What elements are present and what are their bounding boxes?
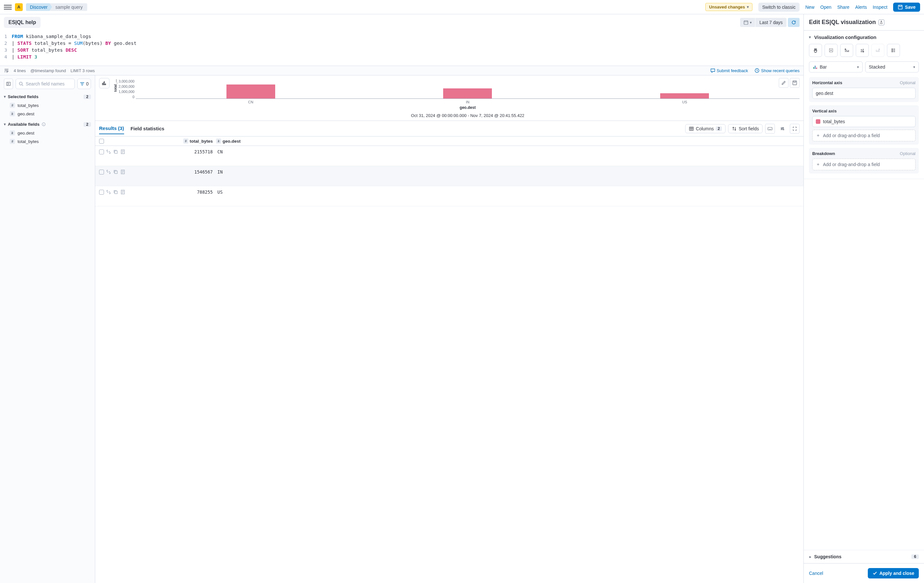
color-chip [816,119,820,124]
search-fields-input[interactable]: Search field names [16,79,75,89]
horizontal-axis-field[interactable]: geo.dest [812,88,916,99]
config-label: Visualization configuration [814,35,876,40]
chart-timerange-label: Oct 31, 2024 @ 00:00:00.000 - Nov 7, 202… [136,110,800,118]
svg-rect-17 [115,171,117,173]
select-all-checkbox[interactable] [99,139,104,144]
field-name: total_bytes [18,139,39,144]
copy-icon[interactable] [113,149,118,154]
chart-bar[interactable] [226,84,275,99]
suggestions-header[interactable]: ▾ Suggestions 6 [804,550,924,563]
info-icon[interactable] [41,122,46,126]
columns-count: 2 [716,126,722,131]
fullscreen-button[interactable] [790,124,800,134]
save-button[interactable]: Save [893,3,920,12]
bottom-axis-button[interactable] [856,44,869,57]
selected-fields-header[interactable]: ▾ Selected fields 2 [0,92,95,101]
datepicker-button[interactable]: ▾ [740,18,755,27]
line-number: 2 [4,40,12,47]
code-line[interactable]: | SORT total_bytes DESC [12,47,77,54]
cell-total-bytes: 2155718 [132,149,216,154]
fullscreen-icon [792,126,797,131]
add-breakdown-field[interactable]: ＋ Add or drag-and-drop a field [812,159,916,170]
available-fields-header[interactable]: ▾ Available fields 2 [0,120,95,129]
row-checkbox[interactable] [99,190,104,195]
stack-type-select[interactable]: Stacked ▾ [865,61,919,73]
unsaved-changes-label: Unsaved changes [709,5,745,10]
open-link[interactable]: Open [820,5,832,10]
code-line[interactable]: FROM kibana_sample_data_logs [12,33,91,40]
right-axis-icon [875,48,881,53]
code-line[interactable]: | LIMIT 3 [12,54,37,60]
new-link[interactable]: New [805,5,815,10]
avatar[interactable]: A [15,3,23,11]
svg-point-13 [781,128,782,129]
save-icon [898,5,903,10]
alerts-link[interactable]: Alerts [855,5,867,10]
code-line[interactable]: | STATS total_bytes = SUM(bytes) BY geo.… [12,40,137,47]
display-options-button[interactable] [765,124,775,134]
svg-rect-15 [115,151,117,154]
inspect-link[interactable]: Inspect [873,5,887,10]
submit-feedback-label: Submit feedback [717,68,748,73]
expand-icon[interactable] [106,190,111,195]
axis-settings-button[interactable] [825,44,838,57]
refresh-button[interactable] [788,18,800,27]
limit-label: LIMIT 3 rows [71,68,95,73]
share-link[interactable]: Share [837,5,849,10]
copy-icon[interactable] [113,169,118,175]
tab-results[interactable]: Results (3) [99,123,124,134]
number-type-icon: # [10,103,15,108]
expand-icon[interactable] [106,169,111,175]
row-checkbox[interactable] [99,149,104,154]
expand-icon[interactable] [106,149,111,154]
row-checkbox[interactable] [99,170,104,175]
svg-point-12 [783,127,783,128]
esql-editor[interactable]: 1FROM kibana_sample_data_logs2 | STATS t… [0,31,804,66]
document-icon[interactable] [120,190,125,195]
document-icon[interactable] [120,149,125,154]
show-recent-queries-link[interactable]: Show recent queries [754,68,800,73]
wrap-icon[interactable] [4,68,9,73]
legend-button[interactable] [887,44,900,57]
svg-rect-11 [768,127,772,130]
chart-bar[interactable] [660,93,709,99]
date-range-label[interactable]: Last 7 days [756,18,787,27]
sort-fields-button[interactable]: Sort fields [728,124,762,133]
x-axis-label: geo.dest [136,104,800,110]
breadcrumb: Discover sample query [26,3,87,11]
breakdown-label: Breakdown [812,151,835,156]
breadcrumb-app[interactable]: Discover [26,3,52,11]
cancel-button[interactable]: Cancel [809,571,823,576]
unsaved-changes-button[interactable]: Unsaved changes ▾ [705,3,752,11]
visualization-config-header[interactable]: ▾ Visualization configuration [804,31,924,44]
add-vertical-axis-field[interactable]: ＋ Add or drag-and-drop a field [812,130,916,141]
columns-button[interactable]: Columns 2 [685,124,726,133]
apply-and-close-button[interactable]: Apply and close [868,568,919,578]
vertical-axis-field[interactable]: total_bytes [812,116,916,127]
chart-type-select[interactable]: Bar ▾ [809,61,863,73]
column-header-geo-dest[interactable]: k geo.dest [216,139,241,144]
submit-feedback-link[interactable]: Submit feedback [710,68,748,73]
tab-field-statistics[interactable]: Field statistics [130,123,164,134]
copy-icon[interactable] [113,190,118,195]
density-button[interactable] [777,124,787,134]
nav-menu-button[interactable] [4,3,12,11]
column-header-total-bytes[interactable]: # total_bytes [132,139,216,144]
switch-to-classic-button[interactable]: Switch to classic [758,3,800,12]
breadcrumb-query[interactable]: sample query [50,3,87,11]
field-item[interactable]: #total_bytes [0,137,95,145]
chart-bar[interactable] [443,88,492,99]
document-icon[interactable] [120,169,125,175]
field-item[interactable]: #total_bytes [0,101,95,109]
esql-help-button[interactable]: ES|QL help [4,17,41,28]
field-item[interactable]: kgeo.dest [0,129,95,137]
toggle-chart-button[interactable] [99,78,109,88]
left-axis-button[interactable] [840,44,853,57]
save-button-label: Save [905,5,916,10]
vertical-axis-value: total_bytes [823,119,845,124]
field-item[interactable]: kgeo.dest [0,109,95,118]
appearance-button[interactable] [809,44,822,57]
field-filter-button[interactable]: 0 [78,79,91,89]
collapse-sidebar-button[interactable] [4,79,13,89]
svg-point-22 [892,49,893,50]
